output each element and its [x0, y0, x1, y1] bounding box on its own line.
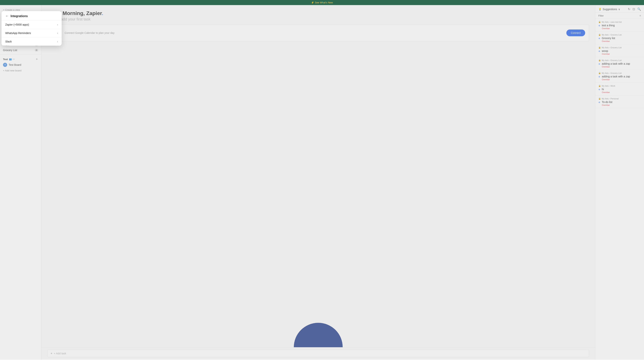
integration-item-slack[interactable]: Slack ›	[2, 37, 62, 46]
chevron-right-icon: ›	[57, 23, 58, 26]
chevron-right-icon: ›	[57, 31, 58, 34]
back-arrow-icon: ←	[5, 14, 9, 18]
chevron-right-icon: ›	[57, 40, 58, 43]
integrations-header: ← Integrations	[2, 11, 62, 20]
top-banner[interactable]: ⚡ See What's New	[0, 0, 644, 5]
integrations-title: Integrations	[10, 14, 28, 18]
integration-name: WhatsApp Reminders	[5, 31, 31, 34]
integration-item-whatsapp[interactable]: WhatsApp Reminders ›	[2, 29, 62, 37]
integrations-back-button[interactable]: ←	[5, 14, 9, 18]
integrations-panel: ← Integrations Zapier (+5000 apps) › Wha…	[2, 11, 62, 46]
dim-overlay	[0, 5, 644, 360]
integration-name: Slack	[5, 40, 12, 43]
integration-name: Zapier (+5000 apps)	[5, 23, 29, 26]
banner-text: ⚡ See What's New	[311, 1, 333, 4]
integration-item-zapier[interactable]: Zapier (+5000 apps) ›	[2, 20, 62, 29]
